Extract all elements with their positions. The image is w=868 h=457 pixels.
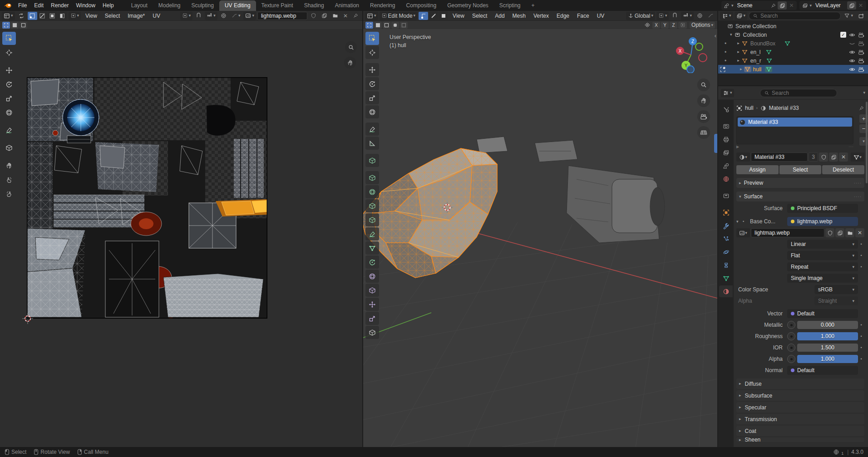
deselect-button[interactable]: Deselect xyxy=(822,165,864,174)
mode-selector[interactable]: Edit Mode▾ xyxy=(380,12,418,20)
uv-select-face-button[interactable] xyxy=(48,12,57,20)
tab-material[interactable] xyxy=(719,285,733,297)
select-mode-extend-button[interactable] xyxy=(11,22,19,29)
uv-tool-pinch[interactable] xyxy=(2,187,16,200)
fake-user-icon[interactable] xyxy=(819,152,828,162)
unlink-image-button[interactable]: ✕ xyxy=(341,12,350,20)
fake-user-icon[interactable] xyxy=(825,228,834,237)
uv-image-name-field[interactable]: lightmap.webp xyxy=(257,12,307,20)
tool-add-cube[interactable] xyxy=(365,154,379,167)
tool-move[interactable] xyxy=(365,63,379,76)
pan-button[interactable] xyxy=(697,94,710,107)
outliner-display-mode-button[interactable]: ▾ xyxy=(735,12,748,20)
metallic-slider[interactable]: 0.000 xyxy=(797,321,858,329)
select-mode-vertex-button[interactable] xyxy=(419,12,428,20)
sidebar-tab[interactable] xyxy=(714,134,717,153)
tool-loop-cut[interactable] xyxy=(365,213,379,226)
tool-extrude-region[interactable] xyxy=(365,171,379,184)
uv-tool-scale[interactable] xyxy=(2,92,16,105)
expand-icon[interactable]: ▸ xyxy=(740,67,742,71)
uv-tool-rip-region[interactable] xyxy=(2,141,16,154)
browse-material-button[interactable]: ▾ xyxy=(736,152,750,162)
projection-dropdown[interactable]: Flat▾ xyxy=(787,251,858,260)
ior-socket[interactable] xyxy=(787,344,795,352)
roughness-slider[interactable]: 1.000 xyxy=(797,332,858,340)
add-workspace-button[interactable]: + xyxy=(526,0,540,11)
surface-panel-header[interactable]: ▾ Surface ···· xyxy=(736,192,864,201)
tab-sculpting[interactable]: Sculpting xyxy=(186,0,219,11)
outliner-row-boundbox[interactable]: • ▸ BoundBox xyxy=(718,39,868,48)
menu-file[interactable]: File xyxy=(15,0,30,11)
delete-viewlayer-button[interactable]: ✕ xyxy=(856,1,865,10)
tool-knife[interactable] xyxy=(365,227,379,241)
pin-icon[interactable] xyxy=(351,12,360,20)
alpha-mode-dropdown[interactable]: Straight▾ xyxy=(814,296,858,305)
uv-canvas[interactable] xyxy=(0,29,362,447)
outliner-row-collection[interactable]: ▾ Collection ✓ xyxy=(718,30,868,39)
tool-cursor[interactable] xyxy=(365,46,379,59)
expand-icon[interactable]: ▸ xyxy=(737,59,740,63)
uv-menu-view[interactable]: View xyxy=(82,13,100,19)
hide-icon[interactable] xyxy=(849,49,855,55)
tool-poly-build[interactable] xyxy=(365,241,379,255)
render-visibility-icon[interactable] xyxy=(858,32,864,38)
open-image-icon[interactable] xyxy=(330,12,340,20)
uv-pivot-button[interactable]: ▾ xyxy=(180,12,193,20)
select-invert-button[interactable] xyxy=(391,22,399,29)
list-resize-grip[interactable]: ···· xyxy=(848,145,853,149)
unlink-image-button[interactable]: ✕ xyxy=(855,228,864,237)
browse-image-button[interactable]: ▾ xyxy=(736,228,750,237)
vp-menu-mesh[interactable]: Mesh xyxy=(509,13,529,19)
network-globe-icon[interactable] xyxy=(833,449,839,455)
snap-symmetry-button[interactable] xyxy=(678,22,687,29)
tool-edge-slide[interactable] xyxy=(365,284,379,297)
uv-proportional-edit-toggle[interactable] xyxy=(219,12,228,20)
blender-logo-icon[interactable] xyxy=(4,2,12,9)
source-dropdown[interactable]: Single Image▾ xyxy=(787,274,858,283)
tab-shading[interactable]: Shading xyxy=(299,0,330,11)
fake-user-icon[interactable] xyxy=(309,12,318,20)
list-expand-icon[interactable]: ▶ xyxy=(736,145,739,149)
ior-slider[interactable]: 1.500 xyxy=(797,344,858,352)
new-scene-button[interactable] xyxy=(778,1,787,10)
metallic-socket[interactable] xyxy=(787,321,795,329)
vp-menu-uv[interactable]: UV xyxy=(594,13,608,19)
tab-rendering[interactable]: Rendering xyxy=(365,0,400,11)
select-mode-edge-button[interactable] xyxy=(429,12,438,20)
uv-select-island-button[interactable] xyxy=(58,12,67,20)
snap-settings-button[interactable]: ▾ xyxy=(681,12,694,20)
new-viewlayer-button[interactable] xyxy=(847,1,856,10)
uv-image-browse-button[interactable]: ▾ xyxy=(243,12,256,20)
material-name-field[interactable]: Material #33 xyxy=(751,152,808,162)
tab-particles[interactable] xyxy=(719,233,733,245)
expand-icon[interactable]: ▸ xyxy=(737,50,740,54)
uv-sync-selection-toggle[interactable] xyxy=(16,12,26,20)
breadcrumb-object[interactable]: hull xyxy=(745,105,754,111)
navigation-gizmo[interactable]: Z X Y xyxy=(673,35,709,74)
color-space-dropdown[interactable]: sRGB▾ xyxy=(814,285,858,294)
image-name-field[interactable]: lightmap.webp xyxy=(751,228,824,237)
tab-modifiers[interactable] xyxy=(719,220,733,231)
tool-measure[interactable] xyxy=(365,137,379,150)
select-extend-button[interactable] xyxy=(374,22,382,29)
tool-spin[interactable] xyxy=(365,256,379,269)
tab-animation[interactable]: Animation xyxy=(330,0,365,11)
subsurface-panel-header[interactable]: ▸Subsurface xyxy=(736,390,864,401)
pivot-point-button[interactable]: ▾ xyxy=(656,12,669,20)
tool-annotate[interactable] xyxy=(365,123,379,136)
base-color-field[interactable]: lightmap.webp xyxy=(787,217,858,226)
viewport-editor-type-button[interactable]: ▾ xyxy=(365,12,378,20)
menu-window[interactable]: Window xyxy=(72,0,99,11)
tab-modeling[interactable]: Modeling xyxy=(153,0,186,11)
vp-menu-edge[interactable]: Edge xyxy=(553,13,572,19)
hide-icon[interactable] xyxy=(849,32,855,38)
uv-menu-select[interactable]: Select xyxy=(102,13,123,19)
alpha-slider[interactable]: 1.000 xyxy=(797,355,858,363)
properties-scrollbar[interactable] xyxy=(866,102,868,183)
uv-tool-move[interactable] xyxy=(2,64,16,77)
tab-object-data[interactable] xyxy=(719,272,733,284)
link-mode-button[interactable]: ▾ xyxy=(851,152,864,162)
menu-help[interactable]: Help xyxy=(99,0,118,11)
tab-view-layer[interactable] xyxy=(719,147,733,158)
sheen-panel-header[interactable]: ▸Sheen xyxy=(736,437,864,442)
